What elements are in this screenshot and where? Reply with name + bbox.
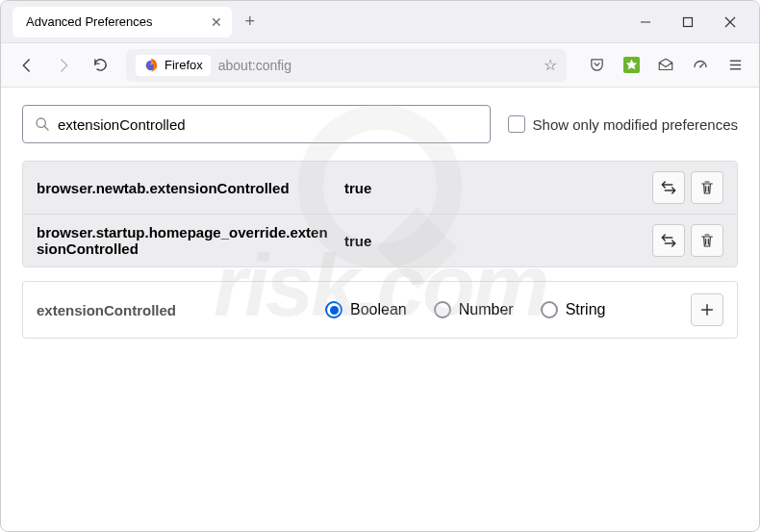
show-modified-checkbox[interactable]: [508, 115, 525, 133]
pocket-icon[interactable]: [582, 51, 611, 80]
svg-rect-1: [684, 17, 693, 26]
toggle-button[interactable]: [652, 171, 685, 204]
pref-row[interactable]: browser.startup.homepage_override.extens…: [23, 214, 737, 266]
show-modified-label[interactable]: Show only modified preferences: [508, 115, 738, 133]
close-tab-icon[interactable]: ✕: [211, 14, 222, 30]
dashboard-icon[interactable]: [686, 51, 715, 80]
new-pref-name: extensionControlled: [37, 302, 316, 318]
menu-icon[interactable]: [721, 51, 749, 80]
delete-button[interactable]: [691, 224, 723, 257]
forward-button[interactable]: [47, 49, 80, 82]
back-button[interactable]: [11, 49, 43, 82]
pref-value: true: [344, 180, 643, 196]
about-config-content: Show only modified preferences browser.n…: [1, 88, 759, 531]
url-text: about:config: [218, 58, 291, 73]
mail-icon[interactable]: [651, 51, 680, 80]
firefox-badge: Firefox: [136, 55, 211, 76]
pref-value: true: [344, 233, 643, 249]
reload-button[interactable]: [84, 49, 116, 82]
pref-name: browser.startup.homepage_override.extens…: [37, 224, 335, 257]
add-preference-row: extensionControlled Boolean Number Strin…: [22, 281, 738, 339]
extension-icon[interactable]: [617, 51, 646, 80]
search-input[interactable]: [58, 116, 478, 133]
type-boolean-radio[interactable]: Boolean: [325, 301, 407, 318]
tab-title: Advanced Preferences: [26, 14, 153, 29]
firefox-icon: [143, 58, 159, 73]
toggle-button[interactable]: [652, 224, 685, 257]
pref-name: browser.newtab.extensionControlled: [37, 180, 335, 196]
browser-toolbar: Firefox about:config ☆: [1, 43, 759, 88]
close-window-button[interactable]: [722, 14, 738, 30]
search-box[interactable]: [22, 105, 491, 143]
bookmark-star-icon[interactable]: ☆: [544, 56, 557, 74]
radio-icon: [434, 301, 451, 318]
delete-button[interactable]: [691, 171, 723, 204]
preferences-list: browser.newtab.extensionControlled true …: [22, 161, 738, 267]
type-options: Boolean Number String: [325, 301, 681, 318]
titlebar: Advanced Preferences ✕ +: [1, 1, 759, 43]
type-number-radio[interactable]: Number: [434, 301, 514, 318]
radio-icon: [325, 301, 342, 318]
radio-icon: [541, 301, 558, 318]
browser-tab[interactable]: Advanced Preferences ✕: [13, 7, 232, 38]
minimize-button[interactable]: [638, 14, 653, 30]
new-tab-button[interactable]: +: [245, 12, 256, 32]
svg-point-6: [699, 65, 701, 67]
svg-line-11: [44, 126, 48, 130]
pref-row[interactable]: browser.newtab.extensionControlled true: [23, 162, 737, 214]
maximize-button[interactable]: [680, 14, 696, 30]
search-icon: [35, 116, 50, 132]
url-bar[interactable]: Firefox about:config ☆: [126, 49, 567, 82]
add-button[interactable]: [691, 293, 723, 326]
type-string-radio[interactable]: String: [541, 301, 606, 318]
